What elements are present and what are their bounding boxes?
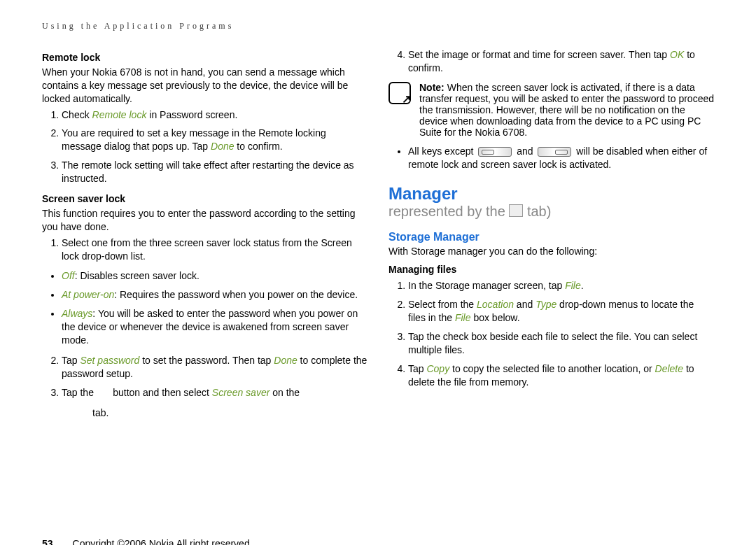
list-item: Select from the Location and Type drop-d… xyxy=(408,298,714,325)
note-block: Note: When the screen saver lock is acti… xyxy=(388,82,714,138)
manager-heading: Manager xyxy=(388,184,714,204)
managing-files-heading: Managing files xyxy=(388,263,714,276)
page-footer: 53Copyright ©2006 Nokia All right reserv… xyxy=(42,538,714,545)
list-item: In the Storage manager screen, tap File. xyxy=(408,279,714,292)
content-columns: Remote lock When your Nokia 6708 is not … xyxy=(42,45,714,426)
page-number: 53 xyxy=(42,538,53,545)
copyright-text: Copyright ©2006 Nokia All right reserved xyxy=(73,538,250,545)
manager-subtitle: represented by the tab) xyxy=(388,204,714,220)
remote-lock-steps: Check Remote lock in Password screen. Yo… xyxy=(42,108,368,185)
list-item: All keys except and will be disabled whe… xyxy=(408,145,714,171)
screen-saver-continued: Set the image or format and time for scr… xyxy=(388,48,714,75)
left-column: Remote lock When your Nokia 6708 is not … xyxy=(42,45,368,426)
list-item: Off: Disables screen saver lock. xyxy=(62,269,368,283)
screen-saver-lock-heading: Screen saver lock xyxy=(42,192,368,206)
screen-saver-options: Off: Disables screen saver lock. At powe… xyxy=(42,269,368,346)
storage-manager-heading: Storage Manager xyxy=(388,231,714,243)
list-item: At power-on: Requires the password when … xyxy=(62,288,368,302)
note-icon xyxy=(388,82,411,104)
tab-line: tab. xyxy=(92,406,368,420)
list-item: Tap the check box beside each file to se… xyxy=(408,330,714,357)
list-item: Always: You will be asked to enter the p… xyxy=(62,307,368,347)
right-key-icon xyxy=(538,147,571,157)
storage-manager-intro: With Storage manager you can do the foll… xyxy=(388,245,714,258)
breadcrumb-header: Using the Application Programs xyxy=(42,21,714,31)
screen-saver-lock-steps-2: Tap Set password to set the password. Th… xyxy=(42,354,368,420)
keys-disabled-bullet: All keys except and will be disabled whe… xyxy=(388,145,714,171)
managing-files-steps: In the Storage manager screen, tap File.… xyxy=(388,279,714,388)
remote-lock-heading: Remote lock xyxy=(42,51,368,64)
list-item: Set the image or format and time for scr… xyxy=(408,48,714,75)
list-item: Tap Set password to set the password. Th… xyxy=(62,354,368,381)
list-item: Tap the button and then select Screen sa… xyxy=(62,386,368,420)
screen-saver-lock-steps: Select one from the three screen saver l… xyxy=(42,236,368,263)
manager-tab-icon xyxy=(509,204,523,217)
left-key-icon xyxy=(478,147,512,157)
right-column: Set the image or format and time for scr… xyxy=(388,45,714,426)
list-item: Tap Copy to copy the selected file to an… xyxy=(408,362,714,389)
list-item: The remote lock setting will take effect… xyxy=(62,159,368,185)
screen-saver-lock-intro: This function requires you to enter the … xyxy=(42,207,368,234)
list-item: Select one from the three screen saver l… xyxy=(62,236,368,263)
list-item: You are required to set a key message in… xyxy=(62,127,368,153)
note-text: Note: When the screen saver lock is acti… xyxy=(419,82,714,138)
remote-lock-intro: When your Nokia 6708 is not in hand, you… xyxy=(42,66,368,106)
list-item: Check Remote lock in Password screen. xyxy=(62,108,368,122)
